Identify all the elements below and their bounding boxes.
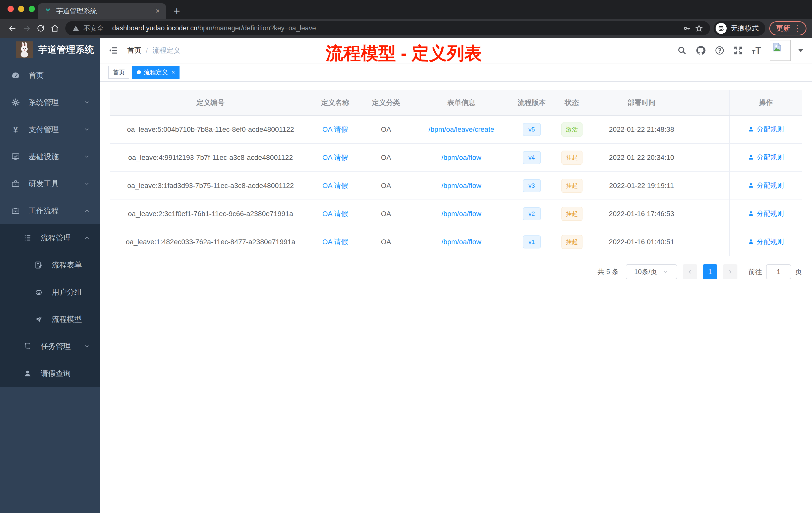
assign-rule-button[interactable]: 分配规则 — [748, 153, 784, 162]
tab-title: 芋道管理系统 — [56, 6, 151, 16]
avatar[interactable] — [770, 40, 791, 61]
cell-category: OA — [359, 228, 413, 256]
definition-name-link[interactable]: OA 请假 — [322, 125, 348, 133]
form-link[interactable]: /bpm/oa/flow — [441, 238, 481, 246]
pagination: 共 5 条 10条/页 1 前往 页 — [110, 264, 802, 279]
cell-deploy-time: 2022-01-22 20:34:10 — [590, 144, 693, 172]
navbar-actions: TT — [677, 40, 804, 61]
sidebar-item-home[interactable]: 首页 — [0, 62, 100, 89]
warning-icon[interactable] — [72, 25, 79, 32]
font-size-icon[interactable]: TT — [752, 46, 761, 55]
status-badge: 激活 — [561, 122, 582, 137]
browser-tab[interactable]: 芋道管理系统 × — [38, 3, 166, 19]
definition-name-link[interactable]: OA 请假 — [322, 154, 348, 161]
github-icon[interactable] — [696, 45, 706, 56]
version-badge: v4 — [523, 151, 541, 164]
address-bar[interactable]: 不安全 dashboard.yudao.iocoder.cn/bpm/manag… — [65, 21, 710, 35]
chevron-down-icon — [84, 126, 90, 133]
reload-icon[interactable] — [34, 21, 48, 35]
version-badge: v1 — [523, 235, 541, 248]
tab-close-icon[interactable]: × — [156, 7, 160, 15]
sidebar-item-label: 系统管理 — [29, 97, 59, 108]
forward-icon[interactable] — [20, 21, 34, 35]
favicon-leaf-icon — [44, 7, 52, 15]
sidebar-item-user-group[interactable]: 用户分组 — [0, 279, 100, 306]
form-link[interactable]: /bpm/oa/flow — [441, 154, 481, 161]
avatar-caret-icon[interactable] — [798, 49, 804, 52]
sidebar-item-workflow[interactable]: 工作流程 — [0, 197, 100, 224]
update-label: 更新 — [776, 24, 790, 33]
form-link[interactable]: /bpm/oa/flow — [441, 210, 481, 218]
sidebar-item-label: 首页 — [29, 70, 44, 81]
page-size-select[interactable]: 10条/页 — [626, 264, 677, 279]
sidebar-item-process-mgmt[interactable]: 流程管理 — [0, 224, 100, 251]
tag-close-icon[interactable]: × — [172, 69, 175, 76]
cell-deploy-time: 2022-01-22 21:48:38 — [590, 116, 693, 144]
sidebar-item-process-form[interactable]: 流程表单 — [0, 251, 100, 279]
sidebar-toggle-icon[interactable] — [108, 46, 118, 56]
cell-definition-id: oa_leave:3:1fad3d93-7b75-11ec-a3c8-acde4… — [110, 172, 311, 200]
password-key-icon[interactable] — [683, 24, 691, 32]
assign-rule-button[interactable]: 分配规则 — [748, 237, 784, 246]
page-number-1[interactable]: 1 — [703, 264, 717, 279]
url-text[interactable]: dashboard.yudao.iocoder.cn/bpm/manager/d… — [112, 24, 316, 32]
form-link[interactable]: /bpm/oa/flow — [441, 182, 481, 189]
tags-view-bar: 首页 流程定义 × — [100, 63, 812, 82]
browser-update-button[interactable]: 更新 ⋮ — [769, 21, 807, 35]
sidebar-item-leave-query[interactable]: 请假查询 — [0, 360, 100, 387]
search-icon[interactable] — [677, 46, 687, 56]
goto-label: 前往 — [749, 267, 762, 276]
incognito-badge[interactable]: 无痕模式 — [714, 21, 765, 36]
goto-page-input[interactable] — [766, 264, 791, 279]
cell-definition-id: oa_leave:2:3c1f0ef1-76b1-11ec-9c66-a2380… — [110, 200, 311, 228]
incognito-label: 无痕模式 — [731, 24, 759, 33]
sidebar-item-process-model[interactable]: 流程模型 — [0, 306, 100, 333]
new-tab-button[interactable]: + — [170, 4, 184, 18]
definition-name-link[interactable]: OA 请假 — [322, 238, 348, 246]
pagination-total: 共 5 条 — [598, 267, 619, 276]
tag-process-definition[interactable]: 流程定义 × — [132, 66, 179, 79]
prev-page-button[interactable] — [683, 264, 697, 279]
sidebar-item-system[interactable]: 系统管理 — [0, 89, 100, 116]
sidebar-item-infra[interactable]: 基础设施 — [0, 143, 100, 170]
sidebar-item-task-mgmt[interactable]: 任务管理 — [0, 333, 100, 360]
breadcrumb-home[interactable]: 首页 — [127, 46, 141, 55]
window-minimize-button[interactable] — [18, 6, 24, 12]
home-icon[interactable] — [48, 21, 62, 35]
next-page-button[interactable] — [723, 264, 737, 279]
assign-rule-button[interactable]: 分配规则 — [748, 209, 784, 218]
definition-name-link[interactable]: OA 请假 — [322, 210, 348, 218]
definition-name-link[interactable]: OA 请假 — [322, 182, 348, 189]
not-secure-label[interactable]: 不安全 — [83, 24, 104, 33]
broken-image-icon — [772, 42, 782, 53]
chevron-up-icon — [84, 235, 90, 241]
version-badge: v2 — [523, 207, 541, 220]
person-icon — [748, 154, 754, 161]
bookmark-star-icon[interactable] — [695, 24, 703, 32]
assign-rule-button[interactable]: 分配规则 — [748, 181, 784, 190]
fullscreen-icon[interactable] — [733, 46, 743, 56]
sidebar-logo[interactable]: 芋道管理系统 — [0, 38, 100, 62]
toolbox-icon — [10, 179, 21, 188]
sidebar: 芋道管理系统 首页 系统管理 ¥ 支付管理 — [0, 38, 100, 513]
sidebar-item-payment[interactable]: ¥ 支付管理 — [0, 116, 100, 143]
briefcase-icon — [10, 206, 21, 215]
window-zoom-button[interactable] — [29, 6, 35, 12]
breadcrumb-separator: / — [146, 47, 148, 55]
back-icon[interactable] — [5, 21, 20, 35]
browser-menu-kebab-icon[interactable]: ⋮ — [794, 24, 801, 33]
form-link[interactable]: /bpm/oa/leave/create — [429, 125, 494, 133]
col-header-id: 定义编号 — [110, 90, 311, 116]
tag-home[interactable]: 首页 — [108, 66, 129, 79]
window-close-button[interactable] — [7, 6, 14, 12]
help-icon[interactable] — [715, 46, 725, 56]
url-separator — [108, 25, 108, 32]
cell-definition-id: oa_leave:5:004b710b-7b8a-11ec-8ef0-acde4… — [110, 116, 311, 144]
monitor-icon — [10, 152, 21, 161]
col-header-filler — [693, 90, 729, 116]
chevron-up-icon — [84, 208, 90, 214]
window-controls — [7, 6, 35, 12]
page-title-annotation: 流程模型 - 定义列表 — [326, 42, 482, 65]
sidebar-item-devtools[interactable]: 研发工具 — [0, 170, 100, 197]
assign-rule-button[interactable]: 分配规则 — [748, 125, 784, 134]
